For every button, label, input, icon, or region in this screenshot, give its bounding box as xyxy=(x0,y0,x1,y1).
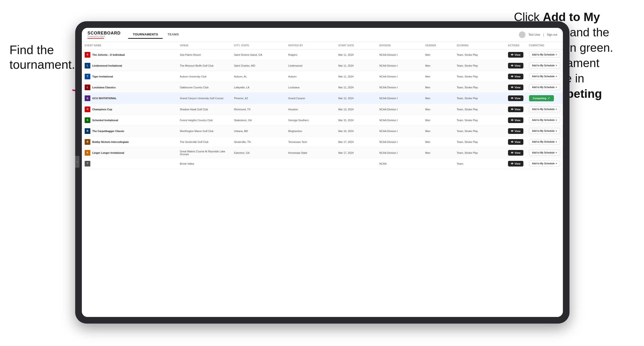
cell-city-state: Eatonton, GA xyxy=(231,147,286,158)
header-row: EVENT NAME VENUE CITY, STATE HOSTED BY S… xyxy=(82,42,563,49)
col-event-name: EVENT NAME xyxy=(82,42,177,49)
sign-out-link[interactable]: Sign out xyxy=(547,33,557,36)
event-name-cell: S Schenkel Invitational xyxy=(82,115,177,126)
logo-subtitle: Powered by clippd xyxy=(88,35,105,37)
view-button[interactable]: 👁 View xyxy=(508,139,524,145)
competing-cell: Add to My Schedule + xyxy=(526,60,563,71)
competing-cell: Competing ✓ xyxy=(526,93,563,104)
tab-tournaments[interactable]: TOURNAMENTS xyxy=(128,31,163,39)
plus-icon: + xyxy=(556,130,557,132)
view-button[interactable]: 👁 View xyxy=(508,150,524,156)
add-to-schedule-button[interactable]: Add to My Schedule + xyxy=(529,139,560,145)
eye-icon: 👁 xyxy=(511,75,514,78)
view-button[interactable]: 👁 View xyxy=(508,107,524,112)
cell-venue: Grand Canyon University Golf Course xyxy=(177,93,231,104)
cell-venue: Worthington Manor Golf Club xyxy=(177,126,231,137)
tab-teams[interactable]: TEAMS xyxy=(163,31,184,39)
team-logo: L xyxy=(85,63,90,68)
col-city-state: CITY, STATE xyxy=(231,42,286,49)
cell-city-state: Lafayette, LA xyxy=(231,82,286,93)
cell-hosted-by: Lindenwood xyxy=(286,60,336,71)
col-scoring: SCORING xyxy=(454,42,505,49)
add-to-schedule-button[interactable]: Add to My Schedule + xyxy=(529,161,560,167)
col-venue: VENUE xyxy=(177,42,231,49)
cell-city-state: Sevierville, TN xyxy=(231,137,286,147)
competing-button[interactable]: Competing ✓ xyxy=(529,95,554,101)
competing-cell: Add to My Schedule + xyxy=(526,158,563,169)
view-button[interactable]: 👁 View xyxy=(508,161,524,167)
tournaments-table: EVENT NAME VENUE CITY, STATE HOSTED BY S… xyxy=(82,42,563,169)
cell-start-date: Mar 11, 2024 xyxy=(335,82,376,93)
view-button[interactable]: 👁 View xyxy=(508,74,524,79)
actions-cell: 👁 View xyxy=(505,71,526,82)
cell-start-date xyxy=(335,158,376,169)
cell-city-state: Urbana, MD xyxy=(231,126,286,137)
cell-venue: Shadow Hawk Golf Club xyxy=(177,104,231,115)
table-container[interactable]: EVENT NAME VENUE CITY, STATE HOSTED BY S… xyxy=(82,42,563,317)
plus-icon: + xyxy=(556,162,557,165)
add-to-schedule-button[interactable]: Add to My Schedule + xyxy=(529,52,560,58)
cell-venue: Forest Heights Country Club xyxy=(177,115,231,126)
competing-cell: Add to My Schedule + xyxy=(526,115,563,126)
cell-division: NCAA Division I xyxy=(376,104,422,115)
table-row: B Bobby Nichols Intercollegiate The Sevi… xyxy=(82,137,563,147)
cell-division: NCAA Division I xyxy=(376,137,422,147)
table-row: B The Carpetbagger Classic Worthington M… xyxy=(82,126,563,137)
actions-cell: 👁 View xyxy=(505,158,526,169)
table-row: L Louisiana Classics Oakbourne Country C… xyxy=(82,82,563,93)
cell-hosted-by: Binghamton xyxy=(286,126,336,137)
cell-gender: Men xyxy=(422,71,454,82)
event-name: Schenkel Invitational xyxy=(92,119,118,122)
competing-cell: Add to My Schedule + xyxy=(526,49,563,60)
add-to-schedule-button[interactable]: Add to My Schedule + xyxy=(529,73,560,79)
table-header: EVENT NAME VENUE CITY, STATE HOSTED BY S… xyxy=(82,42,563,49)
cell-gender: Men xyxy=(422,115,454,126)
add-to-schedule-button[interactable]: Add to My Schedule + xyxy=(529,128,560,134)
actions-cell: 👁 View xyxy=(505,104,526,115)
cell-division: NCAA Division I xyxy=(376,82,422,93)
cell-scoring: Team, Stroke Play xyxy=(454,49,505,60)
add-to-schedule-button[interactable]: Add to My Schedule + xyxy=(529,84,560,90)
cell-venue: Sea Palms Resort xyxy=(177,49,231,60)
plus-icon: + xyxy=(556,151,557,154)
eye-icon: 👁 xyxy=(511,162,514,165)
table-row: K Linger Longer Invitational Great Water… xyxy=(82,147,563,158)
cell-scoring: Team, xyxy=(454,158,505,169)
cell-start-date: Mar 17, 2024 xyxy=(335,137,376,147)
view-button[interactable]: 👁 View xyxy=(508,85,524,90)
actions-cell: 👁 View xyxy=(505,49,526,60)
competing-cell: Add to My Schedule + xyxy=(526,126,563,137)
view-button[interactable]: 👁 View xyxy=(508,128,524,134)
cell-venue: The Sevierville Golf Club xyxy=(177,137,231,147)
add-to-schedule-button[interactable]: Add to My Schedule + xyxy=(529,106,560,112)
competing-cell: Add to My Schedule + xyxy=(526,71,563,82)
cell-gender: Men xyxy=(422,147,454,158)
cell-venue: The Missouri Bluffs Golf Club xyxy=(177,60,231,71)
view-button[interactable]: 👁 View xyxy=(508,117,524,123)
logo-area: SCOREBOARD Powered by clippd xyxy=(88,31,120,39)
sidebar-toggle[interactable]: › xyxy=(75,156,80,168)
add-to-schedule-button[interactable]: Add to My Schedule + xyxy=(529,117,560,123)
plus-icon: + xyxy=(556,108,557,111)
view-button[interactable]: 👁 View xyxy=(508,63,524,68)
cell-hosted-by: Tennessee Tech xyxy=(286,137,336,147)
table-row: R The Johnnie - O Individual Sea Palms R… xyxy=(82,49,563,60)
cell-hosted-by: Louisiana xyxy=(286,82,336,93)
plus-icon: + xyxy=(556,53,557,56)
app-logo: SCOREBOARD xyxy=(88,31,120,36)
event-name: GCU INVITATIONAL xyxy=(92,97,116,100)
event-name: The Carpetbagger Classic xyxy=(92,130,124,133)
cell-gender: Men xyxy=(422,93,454,104)
cell-division: NCAA xyxy=(376,158,422,169)
view-button[interactable]: 👁 View xyxy=(508,52,524,58)
plus-icon: + xyxy=(556,119,557,121)
add-to-schedule-button[interactable]: Add to My Schedule + xyxy=(529,63,560,68)
view-button[interactable]: 👁 View xyxy=(508,95,524,101)
cell-city-state: Saint Simons Island, GA xyxy=(231,49,286,60)
eye-icon: 👁 xyxy=(511,97,514,100)
cell-hosted-by: Grand Canyon xyxy=(286,93,336,104)
col-division: DIVISION xyxy=(376,42,422,49)
event-name-cell: R The Johnnie - O Individual xyxy=(82,49,177,60)
event-name-cell: G GCU INVITATIONAL xyxy=(82,93,177,104)
add-to-schedule-button[interactable]: Add to My Schedule + xyxy=(529,150,560,156)
